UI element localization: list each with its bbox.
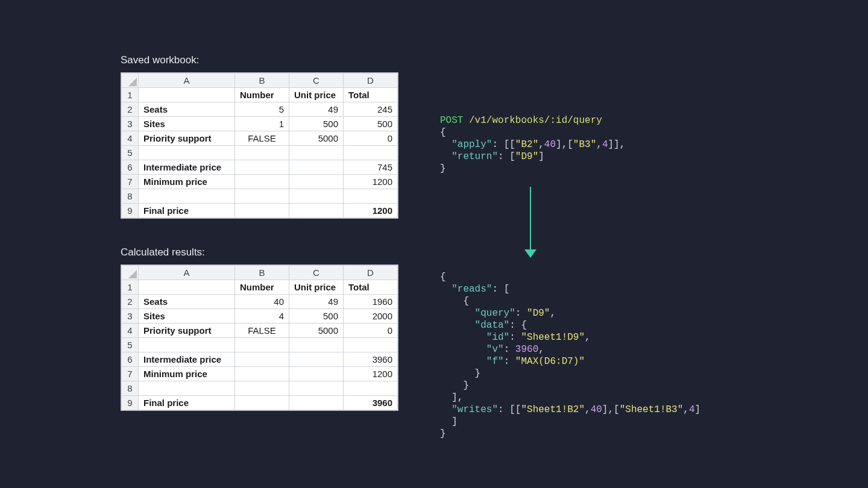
cell: 5000: [289, 131, 344, 146]
row-header: 7: [122, 175, 139, 189]
cell: Final price: [139, 204, 235, 218]
cell: [235, 381, 289, 396]
row-header: 3: [122, 309, 139, 324]
json-num: 40: [591, 404, 602, 415]
cell: 245: [344, 102, 398, 117]
cell: Minimum price: [139, 367, 235, 381]
table-row: 1 Number Unit price Total: [122, 88, 398, 102]
sheet-corner: [122, 74, 139, 88]
table-row: 5: [122, 146, 398, 160]
table-row: 8: [122, 381, 398, 396]
col-header-b: B: [235, 74, 289, 88]
cell: [235, 175, 289, 189]
row-header: 6: [122, 160, 139, 175]
cell: [289, 204, 344, 218]
json-str: "Sheet1!B3": [620, 404, 684, 415]
cell: [344, 146, 398, 160]
json-str: "B3": [573, 139, 596, 150]
cell: [289, 160, 344, 175]
table-row: 4 Priority support FALSE 5000 0: [122, 131, 398, 146]
cell: Total: [344, 88, 398, 102]
cell: 4: [235, 309, 289, 324]
json-num: 4: [689, 404, 695, 415]
table-row: 2 Seats 40 49 1960: [122, 295, 398, 309]
json-str: "MAX(D6:D7)": [515, 356, 585, 367]
cell: [139, 381, 235, 396]
cell: [289, 396, 344, 410]
cell: 745: [344, 160, 398, 175]
json-key-apply: "apply": [451, 139, 492, 150]
arrow-down-icon: [530, 187, 531, 253]
code-column: POST /v1/workbooks/:id/query { "apply": …: [440, 114, 700, 440]
col-header-c: C: [289, 74, 344, 88]
json-key-id: "id": [486, 332, 509, 343]
json-str: "Sheet1!B2": [521, 404, 585, 415]
table-row: 9 Final price 3960: [122, 396, 398, 410]
cell: Total: [344, 280, 398, 295]
table-row: 2 Seats 5 49 245: [122, 102, 398, 117]
json-key-v: "v": [486, 344, 504, 355]
row-header: 2: [122, 295, 139, 309]
col-header-row: A B C D: [122, 266, 398, 280]
saved-workbook-sheet: A B C D 1 Number Unit price Total 2 Seat…: [121, 72, 398, 219]
arrow-head-icon: [524, 249, 536, 258]
col-header-d: D: [344, 74, 398, 88]
cell: 3960: [344, 396, 398, 410]
json-num: 3960: [515, 344, 538, 355]
row-header: 7: [122, 367, 139, 381]
cell: 40: [235, 295, 289, 309]
col-header-b: B: [235, 266, 289, 280]
cell: [235, 338, 289, 352]
cell: [235, 204, 289, 218]
json-num: 40: [544, 139, 556, 150]
cell: [289, 175, 344, 189]
cell: Unit price: [289, 280, 344, 295]
json-str: "D9": [515, 151, 538, 162]
json-key-data: "data": [475, 320, 510, 331]
cell: [289, 189, 344, 204]
cell: 1200: [344, 175, 398, 189]
cell: 49: [289, 102, 344, 117]
table-row: 9 Final price 1200: [122, 204, 398, 218]
row-header: 1: [122, 280, 139, 295]
cell: [344, 381, 398, 396]
row-header: 5: [122, 338, 139, 352]
table-row: 3 Sites 1 500 500: [122, 117, 398, 131]
cell: Number: [235, 88, 289, 102]
cell: [235, 146, 289, 160]
cell: [344, 189, 398, 204]
cell: Seats: [139, 295, 235, 309]
cell: 500: [289, 309, 344, 324]
json-key-reads: "reads": [451, 284, 492, 295]
sheet-corner: [122, 266, 139, 280]
row-header: 9: [122, 396, 139, 410]
cell: [289, 146, 344, 160]
cell: [139, 88, 235, 102]
cell: Unit price: [289, 88, 344, 102]
cell: [139, 338, 235, 352]
cell: [235, 160, 289, 175]
cell: [289, 381, 344, 396]
calculated-results-label: Calculated results:: [121, 246, 422, 258]
cell: Priority support: [139, 131, 235, 146]
cell: [344, 338, 398, 352]
cell: FALSE: [235, 131, 289, 146]
cell: Minimum price: [139, 175, 235, 189]
json-str: "D9": [527, 308, 550, 319]
table-row: 5: [122, 338, 398, 352]
row-header: 6: [122, 352, 139, 367]
table-row: 7 Minimum price 1200: [122, 175, 398, 189]
cell: Number: [235, 280, 289, 295]
cell: 5000: [289, 324, 344, 338]
left-column: Saved workbook: A B C D 1 Number Unit pr…: [121, 54, 422, 413]
request-block: POST /v1/workbooks/:id/query { "apply": …: [440, 115, 625, 174]
cell: 2000: [344, 309, 398, 324]
calculated-results-sheet: A B C D 1 Number Unit price Total 2 Seat…: [121, 264, 398, 411]
json-key-return: "return": [451, 151, 498, 162]
http-method: POST: [440, 115, 463, 126]
cell: Sites: [139, 309, 235, 324]
table-row: 3 Sites 4 500 2000: [122, 309, 398, 324]
table-row: 6 Intermediate price 745: [122, 160, 398, 175]
row-header: 2: [122, 102, 139, 117]
row-header: 1: [122, 88, 139, 102]
